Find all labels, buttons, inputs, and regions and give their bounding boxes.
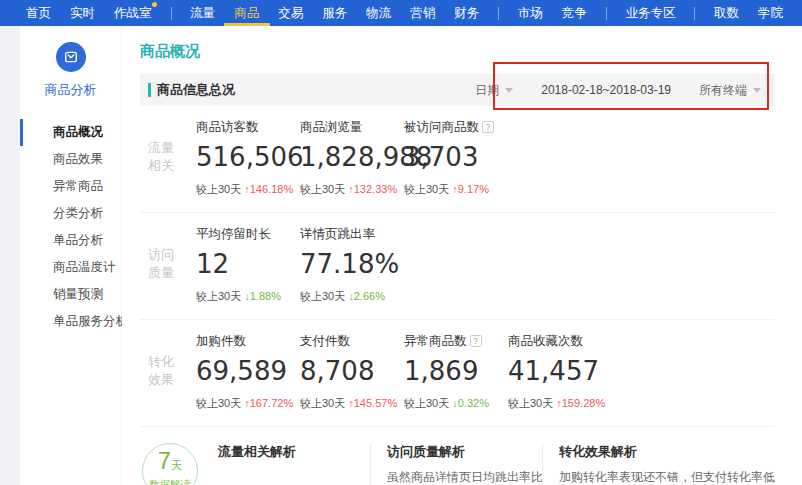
insights-section: 7天 数据解读 流量相关解析 访问质量解析 虽然商品详情页日均跳出率比同行平均 … [140, 426, 775, 485]
nav-item-academy[interactable]: 学院 [758, 0, 783, 26]
sidebar-item-abnormal-products[interactable]: 异常商品 [20, 173, 121, 200]
metric-group-visit-quality: 访问质量 平均停留时长 12 较上30天↓1.88% 详情页跳出率 77.18%… [140, 212, 775, 319]
metric-value: 1,869 [404, 356, 508, 387]
insight-title: 访问质量解析 [387, 443, 542, 460]
nav-item-finance[interactable]: 财务 [454, 0, 479, 26]
nav-item-home[interactable]: 首页 [26, 0, 51, 26]
page-title: 商品概况 [140, 42, 775, 62]
nav-divider [606, 7, 607, 20]
sidebar-item-product-thermometer[interactable]: 商品温度计 [20, 254, 121, 281]
nav-item-war-room[interactable]: 作战室 [114, 0, 152, 26]
metric-value: 77.18% [300, 249, 404, 280]
metric-value: 3,703 [404, 142, 508, 173]
nav-item-traffic[interactable]: 流量 [190, 0, 215, 26]
chevron-down-icon [505, 88, 513, 93]
product-analysis-icon [56, 42, 86, 72]
main-content: 商品概况 商品信息总况 日期 2018-02-18~2018-03-19 所有终… [122, 26, 802, 485]
metric-visited-products: 被访问商品数 3,703 较上30天↑9.17% [404, 119, 508, 197]
left-rail [0, 26, 20, 485]
insight-title: 转化效果解析 [559, 443, 775, 460]
metric-abnormal-products: 异常商品数 1,869 较上30天↓0.32% [404, 333, 508, 411]
nav-divider [694, 7, 695, 20]
metric-group-traffic: 流量相关 商品访客数 516,506 较上30天↑146.18% 商品浏览量 1… [140, 106, 775, 212]
group-label: 访问质量 [140, 226, 196, 304]
section-title: 商品信息总况 [148, 81, 235, 99]
insight-title: 流量相关解析 [218, 443, 370, 460]
metric-product-visitors: 商品访客数 516,506 较上30天↑146.18% [196, 119, 300, 197]
sidebar-menu: 商品概况 商品效果 异常商品 分类分析 单品分析 商品温度计 销量预测 单品服务… [20, 119, 121, 335]
sidebar-title: 商品分析 [20, 81, 121, 99]
metric-value: 1,828,988 [300, 142, 404, 173]
filter-controls: 日期 2018-02-18~2018-03-19 所有终端 [475, 82, 761, 99]
nav-item-realtime[interactable]: 实时 [70, 0, 95, 26]
sidebar-item-single-product-analysis[interactable]: 单品分析 [20, 227, 121, 254]
sidebar-header: 商品分析 [20, 26, 121, 99]
metric-value: 41,457 [508, 356, 612, 387]
insight-conversion: 转化效果解析 加购转化率表现还不错，但支付转化率低 于同行平均，赶快到异常商品并… [542, 443, 775, 485]
nav-divider [171, 7, 172, 20]
nav-item-data-fetch[interactable]: 取数 [714, 0, 739, 26]
nav-divider [498, 7, 499, 20]
nav-item-trade[interactable]: 交易 [278, 0, 303, 26]
sidebar-item-product-overview[interactable]: 商品概况 [20, 119, 121, 146]
metric-value: 8,708 [300, 356, 404, 387]
help-icon[interactable] [470, 335, 482, 347]
metric-paid-items: 支付件数 8,708 较上30天↑145.57% [300, 333, 404, 411]
metric-product-favorites: 商品收藏次数 41,457 较上30天↑159.28% [508, 333, 612, 411]
group-label: 流量相关 [140, 119, 196, 197]
metric-group-conversion: 转化效果 加购件数 69,589 较上30天↑167.72% 支付件数 8,70… [140, 319, 775, 426]
sidebar-item-product-effect[interactable]: 商品效果 [20, 146, 121, 173]
insight-visit-quality: 访问质量解析 虽然商品详情页日均跳出率比同行平均 好，但平均停留时间低于同行平均… [370, 443, 542, 485]
nav-item-product[interactable]: 商品 [234, 0, 259, 26]
sidebar-item-sales-forecast[interactable]: 销量预测 [20, 281, 121, 308]
metric-product-pageviews: 商品浏览量 1,828,988 较上30天↑132.33% [300, 119, 404, 197]
metric-cart-adds: 加购件数 69,589 较上30天↑167.72% [196, 333, 300, 411]
nav-item-logistics[interactable]: 物流 [366, 0, 391, 26]
data-interpretation-badge: 7天 数据解读 [142, 443, 198, 485]
date-range-value[interactable]: 2018-02-18~2018-03-19 [541, 83, 671, 97]
top-nav: 首页 实时 作战室 流量 商品 交易 服务 物流 营销 财务 市场 竞争 业务专… [0, 0, 802, 26]
group-label: 转化效果 [140, 333, 196, 411]
nav-item-business-zone[interactable]: 业务专区 [625, 0, 675, 26]
metric-avg-stay-time: 平均停留时长 12 较上30天↓1.88% [196, 226, 300, 304]
nav-item-service[interactable]: 服务 [322, 0, 347, 26]
date-dropdown[interactable]: 日期 [475, 82, 513, 99]
help-icon[interactable] [482, 121, 494, 133]
metric-detail-bounce-rate: 详情页跳出率 77.18% 较上30天↓2.66% [300, 226, 404, 304]
insight-traffic: 流量相关解析 [218, 443, 370, 485]
sidebar-item-single-product-service[interactable]: 单品服务分析 [20, 308, 121, 335]
chevron-down-icon [753, 88, 761, 93]
notification-dot-icon [152, 2, 157, 7]
sidebar-item-category-analysis[interactable]: 分类分析 [20, 200, 121, 227]
terminal-dropdown[interactable]: 所有终端 [699, 82, 761, 99]
metric-value: 516,506 [196, 142, 300, 173]
metric-value: 12 [196, 249, 300, 280]
nav-item-market[interactable]: 市场 [518, 0, 543, 26]
nav-item-competition[interactable]: 竞争 [562, 0, 587, 26]
metric-value: 69,589 [196, 356, 300, 387]
section-header: 商品信息总况 日期 2018-02-18~2018-03-19 所有终端 [140, 74, 775, 106]
nav-item-marketing[interactable]: 营销 [410, 0, 435, 26]
sidebar: 商品分析 商品概况 商品效果 异常商品 分类分析 单品分析 商品温度计 销量预测… [20, 26, 122, 485]
